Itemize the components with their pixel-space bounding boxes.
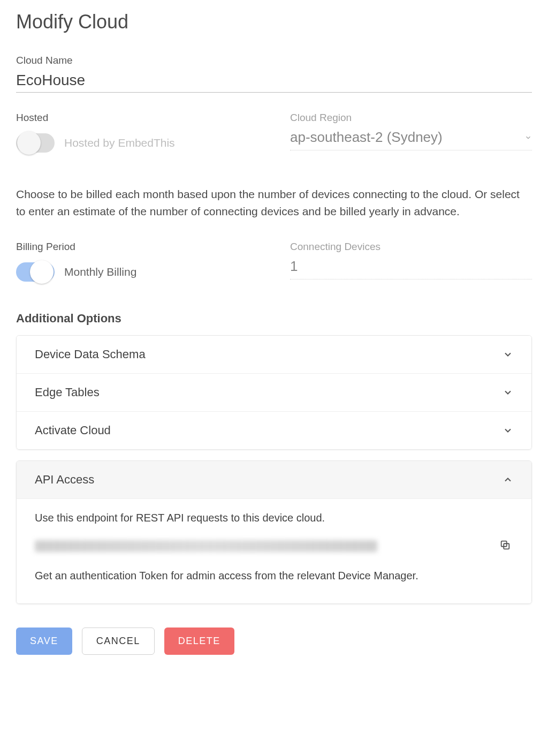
panel-activate-cloud[interactable]: Activate Cloud bbox=[17, 412, 531, 449]
billing-period-toggle[interactable] bbox=[16, 259, 55, 285]
panel-title: Device Data Schema bbox=[35, 347, 146, 361]
cloud-region-value: ap-southeast-2 (Sydney) bbox=[290, 129, 443, 146]
billing-period-field: Billing Period Monthly Billing bbox=[16, 241, 258, 285]
chevron-down-icon bbox=[503, 349, 513, 360]
connecting-devices-value: 1 bbox=[290, 257, 532, 279]
chevron-down-icon bbox=[503, 387, 513, 398]
form-actions: SAVE CANCEL DELETE bbox=[16, 628, 532, 655]
api-access-note: Get an authentication Token for admin ac… bbox=[35, 570, 513, 582]
copy-icon bbox=[499, 545, 511, 553]
page-title: Modify Cloud bbox=[16, 11, 532, 33]
delete-button[interactable]: DELETE bbox=[164, 628, 234, 655]
api-access-intro: Use this endpoint for REST API requests … bbox=[35, 512, 513, 524]
cloud-region-label: Cloud Region bbox=[290, 112, 532, 124]
chevron-down-icon bbox=[503, 425, 513, 436]
cancel-button[interactable]: CANCEL bbox=[82, 628, 155, 655]
hosted-toggle[interactable] bbox=[16, 130, 55, 156]
api-endpoint-redacted bbox=[35, 540, 377, 552]
panel-api-access: API Access Use this endpoint for REST AP… bbox=[16, 460, 532, 604]
hosted-field: Hosted Hosted by EmbedThis bbox=[16, 112, 258, 156]
chevron-down-icon bbox=[524, 134, 532, 141]
additional-options-heading: Additional Options bbox=[16, 312, 532, 326]
hosted-label: Hosted bbox=[16, 112, 258, 124]
connecting-devices-field: Connecting Devices 1 bbox=[290, 241, 532, 285]
cloud-name-input[interactable] bbox=[16, 71, 532, 93]
panel-edge-tables[interactable]: Edge Tables bbox=[17, 374, 531, 412]
connecting-devices-label: Connecting Devices bbox=[290, 241, 532, 253]
panel-api-access-body: Use this endpoint for REST API requests … bbox=[17, 499, 531, 603]
cloud-region-field: Cloud Region ap-southeast-2 (Sydney) bbox=[290, 112, 532, 156]
panel-title: API Access bbox=[35, 473, 94, 487]
billing-period-label: Billing Period bbox=[16, 241, 258, 253]
chevron-up-icon bbox=[503, 474, 513, 485]
panel-device-data-schema[interactable]: Device Data Schema bbox=[17, 336, 531, 374]
cloud-name-label: Cloud Name bbox=[16, 55, 532, 66]
billing-description: Choose to be billed each month based upo… bbox=[16, 186, 532, 220]
options-accordion: Device Data Schema Edge Tables Activate … bbox=[16, 335, 532, 450]
cloud-region-select[interactable]: ap-southeast-2 (Sydney) bbox=[290, 128, 532, 150]
save-button[interactable]: SAVE bbox=[16, 628, 72, 655]
billing-period-toggle-label: Monthly Billing bbox=[64, 266, 136, 278]
panel-title: Activate Cloud bbox=[35, 424, 111, 437]
panel-title: Edge Tables bbox=[35, 385, 100, 399]
cloud-name-field: Cloud Name bbox=[16, 55, 532, 93]
panel-api-access-header[interactable]: API Access bbox=[17, 461, 531, 499]
copy-button[interactable] bbox=[497, 537, 513, 555]
hosted-toggle-label: Hosted by EmbedThis bbox=[64, 137, 175, 149]
